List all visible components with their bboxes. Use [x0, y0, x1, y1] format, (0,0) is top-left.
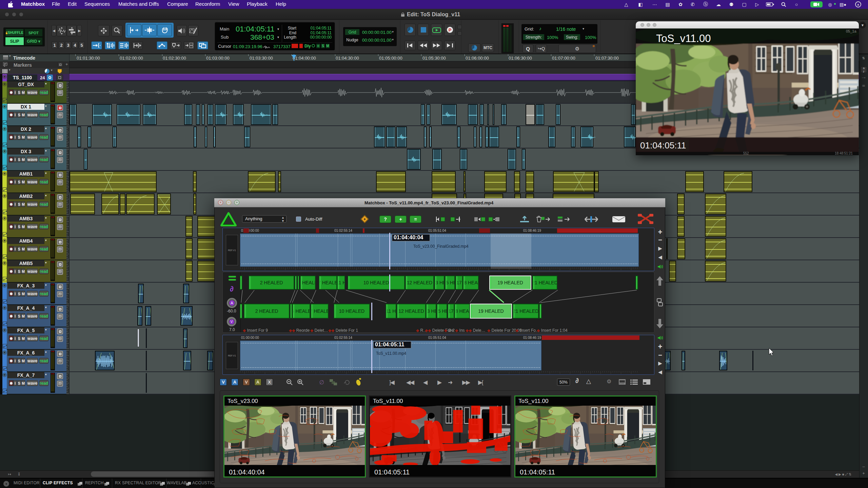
svg-text:P: P — [448, 27, 451, 33]
